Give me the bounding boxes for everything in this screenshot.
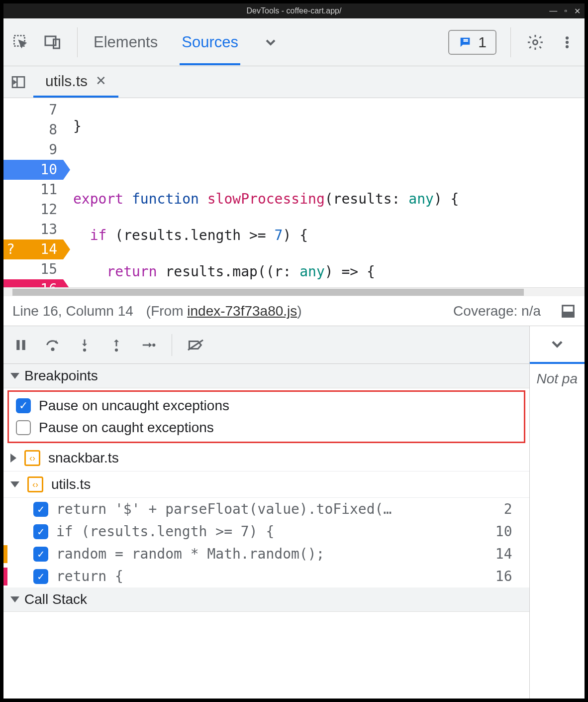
step-over-icon[interactable] xyxy=(42,335,63,355)
tab-sources[interactable]: Sources xyxy=(180,19,240,65)
svg-point-8 xyxy=(566,45,569,48)
device-toggle-icon[interactable] xyxy=(42,32,63,53)
right-panel-tabs[interactable] xyxy=(530,326,585,364)
pause-icon[interactable] xyxy=(10,335,31,355)
inspect-icon[interactable] xyxy=(10,32,31,53)
checkbox-checked[interactable]: ✓ xyxy=(33,524,48,539)
issues-badge[interactable]: 1 xyxy=(448,30,496,55)
issues-icon xyxy=(458,35,472,49)
pause-uncaught-row[interactable]: ✓ Pause on uncaught exceptions xyxy=(9,395,524,417)
svg-rect-13 xyxy=(16,340,19,350)
more-tabs-icon[interactable] xyxy=(260,32,281,53)
source-map-info: (From index-73f73a80.js) xyxy=(146,303,302,319)
ts-file-icon: ‹› xyxy=(24,450,40,466)
line-number[interactable]: 15 xyxy=(3,259,63,279)
svg-point-7 xyxy=(566,40,569,43)
svg-point-19 xyxy=(115,348,118,351)
code-editor[interactable]: 7 8 9 10 11 12 13 14 15 16 } export func… xyxy=(3,98,585,287)
line-number[interactable]: 13 xyxy=(3,220,63,239)
checkbox-checked[interactable]: ✓ xyxy=(33,502,48,517)
settings-icon[interactable] xyxy=(525,32,546,53)
checkbox-checked[interactable]: ✓ xyxy=(33,547,48,562)
step-into-icon[interactable] xyxy=(74,335,95,355)
chevron-down-icon xyxy=(10,481,19,487)
code-content[interactable]: } export function slowProcessing(results… xyxy=(63,98,585,287)
svg-point-21 xyxy=(152,343,155,346)
right-panel-content: Not pa xyxy=(530,364,585,394)
maximize-icon[interactable]: ▫ xyxy=(564,6,567,16)
horizontal-scrollbar[interactable] xyxy=(3,287,585,296)
issues-count: 1 xyxy=(478,34,487,51)
kebab-menu-icon[interactable] xyxy=(557,32,578,53)
svg-point-17 xyxy=(83,348,86,351)
svg-rect-14 xyxy=(22,340,25,350)
deactivate-breakpoints-icon[interactable] xyxy=(185,335,206,355)
svg-point-15 xyxy=(51,347,54,351)
svg-point-6 xyxy=(566,36,569,39)
minimize-icon[interactable]: — xyxy=(549,6,557,16)
file-tab-utils[interactable]: utils.ts ✕ xyxy=(33,66,118,98)
svg-point-5 xyxy=(533,40,538,44)
breakpoint-marker[interactable]: 10 xyxy=(3,160,63,180)
conditional-breakpoint-marker[interactable]: 14 xyxy=(3,239,63,259)
cursor-position: Line 16, Column 14 xyxy=(12,303,133,319)
line-number[interactable]: 7 xyxy=(3,100,63,120)
breakpoint-item[interactable]: ✓ return '$' + parseFloat(value).toFixed… xyxy=(3,498,529,520)
chevron-right-icon xyxy=(10,454,16,463)
window-titlebar: DevTools - coffee-cart.app/ — ▫ ✕ xyxy=(3,3,585,18)
svg-rect-4 xyxy=(464,39,468,40)
line-number[interactable]: 9 xyxy=(3,140,63,160)
checkbox-unchecked[interactable] xyxy=(16,420,31,435)
breakpoint-item[interactable]: ✓ if (results.length >= 7) { 10 xyxy=(3,520,529,543)
callstack-section-header[interactable]: Call Stack xyxy=(3,587,529,612)
line-number[interactable]: 11 xyxy=(3,180,63,200)
pause-caught-row[interactable]: Pause on caught exceptions xyxy=(9,417,524,439)
checkbox-checked[interactable]: ✓ xyxy=(33,569,48,584)
breakpoints-section-header[interactable]: Breakpoints xyxy=(3,364,529,388)
breakpoint-item[interactable]: ✓ random = random * Math.random(); 14 xyxy=(3,543,529,565)
breakpoint-file-utils[interactable]: ‹› utils.ts xyxy=(3,471,529,498)
line-gutter[interactable]: 7 8 9 10 11 12 13 14 15 16 xyxy=(3,98,63,287)
pause-exceptions-group: ✓ Pause on uncaught exceptions Pause on … xyxy=(7,390,525,443)
ts-file-icon: ‹› xyxy=(27,476,43,492)
toggle-bottom-icon[interactable] xyxy=(561,304,576,319)
line-number[interactable]: 12 xyxy=(3,200,63,220)
window-title: DevTools - coffee-cart.app/ xyxy=(247,6,342,15)
navigator-toggle-icon[interactable] xyxy=(3,74,33,90)
checkbox-checked[interactable]: ✓ xyxy=(16,398,31,413)
step-icon[interactable] xyxy=(138,335,159,355)
close-tab-icon[interactable]: ✕ xyxy=(96,73,106,89)
line-number[interactable]: 8 xyxy=(3,120,63,140)
logpoint-marker[interactable]: 16 xyxy=(3,279,63,287)
step-out-icon[interactable] xyxy=(106,335,127,355)
file-tabs-bar: utils.ts ✕ xyxy=(3,66,585,98)
file-tab-label: utils.ts xyxy=(45,73,88,90)
more-icon[interactable] xyxy=(548,335,566,353)
chevron-down-icon xyxy=(10,373,19,379)
chevron-down-icon xyxy=(10,596,19,602)
svg-rect-3 xyxy=(464,40,468,41)
svg-rect-12 xyxy=(563,312,574,317)
main-toolbar: Elements Sources 1 xyxy=(3,18,585,66)
breakpoint-file-snackbar[interactable]: ‹› snackbar.ts xyxy=(3,445,529,471)
coverage-info: Coverage: n/a xyxy=(453,303,541,319)
debugger-toolbar xyxy=(3,326,529,364)
breakpoint-item[interactable]: ✓ return { 16 xyxy=(3,565,529,587)
tab-elements[interactable]: Elements xyxy=(92,19,160,65)
editor-statusbar: Line 16, Column 14 (From index-73f73a80.… xyxy=(3,296,585,326)
source-map-link[interactable]: index-73f73a80.js xyxy=(187,303,297,319)
close-icon[interactable]: ✕ xyxy=(574,6,581,16)
